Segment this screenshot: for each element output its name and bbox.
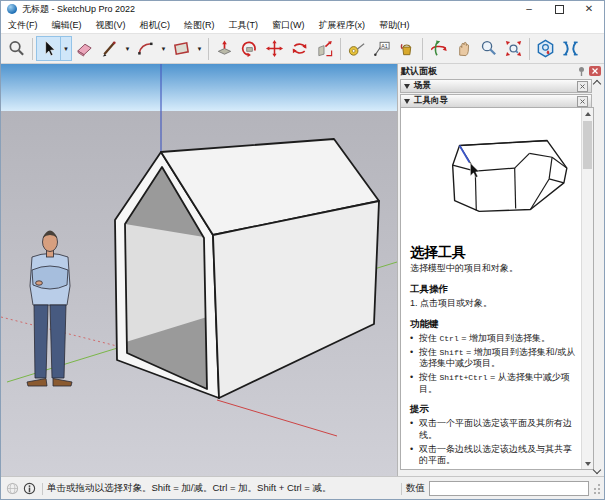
tray-header[interactable]: 默认面板 xyxy=(398,64,604,78)
tip-item-text: 双击一条边线以选定该边线及与其共享的平面。 xyxy=(419,444,577,467)
resize-grip[interactable] xyxy=(591,482,601,496)
tray-title: 默认面板 xyxy=(401,65,437,78)
pin-icon[interactable] xyxy=(577,66,586,76)
arc-dropdown-button[interactable]: ▼ xyxy=(158,36,169,61)
status-divider xyxy=(42,483,43,495)
close-icon xyxy=(592,68,598,74)
menu-camera[interactable]: 相机(C) xyxy=(133,17,178,33)
maximize-button[interactable] xyxy=(544,1,574,17)
tray-section-0[interactable]: 场景 xyxy=(400,79,592,93)
default-tray-panel: 默认面板 场景工具向导 xyxy=(397,64,604,476)
sketchup-window: 无标题 - SketchUp Pro 2022 – ✕ 文件(F)编辑(E)视图… xyxy=(0,0,605,500)
getting-started-toolbar: ▼▼▼▼A1 xyxy=(1,34,604,64)
instructor-content: 选择工具 选择模型中的项目和对象。 工具操作 1. 点击项目或对象。 功能键 •… xyxy=(401,108,582,469)
tips-heading: 提示 xyxy=(410,403,577,416)
menu-view[interactable]: 视图(V) xyxy=(89,17,133,33)
tray-section-1[interactable]: 工具向导 xyxy=(400,94,592,108)
modifier-item: •按住 Shift+Ctrl = 从选择集中减少项目。 xyxy=(410,372,577,395)
tape-measure-tool-button[interactable] xyxy=(344,36,369,61)
eraser-tool-button[interactable] xyxy=(72,36,97,61)
operation-heading: 工具操作 xyxy=(410,283,577,296)
window-controls: – ✕ xyxy=(514,1,604,17)
section-close-button[interactable] xyxy=(577,96,588,107)
menu-tools[interactable]: 工具(T) xyxy=(222,17,266,33)
instructor-panel: 选择工具 选择模型中的项目和对象。 工具操作 1. 点击项目或对象。 功能键 •… xyxy=(400,107,594,470)
toolbar-separator xyxy=(422,38,423,60)
orbit-tool-button[interactable] xyxy=(426,36,451,61)
rectangle-tool-button[interactable] xyxy=(169,36,194,61)
scrollbar-thumb[interactable] xyxy=(583,121,592,169)
bullet-marker: • xyxy=(410,418,419,441)
tray-scroll-down-icon[interactable] xyxy=(593,466,601,474)
section-expand-icon[interactable] xyxy=(404,84,410,89)
rectangle-dropdown-button[interactable]: ▼ xyxy=(194,36,205,61)
scroll-down-icon[interactable] xyxy=(582,458,593,469)
section-close-button[interactable] xyxy=(577,81,588,92)
tip-item-text: 双击一个平面以选定该平面及其所有边线。 xyxy=(419,418,577,441)
select-dropdown-button[interactable]: ▼ xyxy=(61,36,72,61)
move-icon xyxy=(265,39,284,58)
menu-edit[interactable]: 编辑(E) xyxy=(45,17,89,33)
pan-tool-button[interactable] xyxy=(451,36,476,61)
svg-text:A1: A1 xyxy=(381,43,387,49)
search-tool-button[interactable] xyxy=(4,36,29,61)
zoom-icon xyxy=(479,39,498,58)
arc-tool-button[interactable] xyxy=(133,36,158,61)
modifier-item-text: 按住 Ctrl = 增加项目到选择集。 xyxy=(419,333,577,345)
modifier-item: •按住 Shift = 增加项目到选择集和/或从选择集中减少项目。 xyxy=(410,347,577,370)
search-icon xyxy=(7,39,26,58)
geolocation-icon[interactable] xyxy=(6,482,19,495)
viewport-3d[interactable] xyxy=(1,64,397,476)
credits-info-icon[interactable] xyxy=(23,482,36,495)
scroll-up-icon[interactable] xyxy=(582,108,593,119)
minimize-button[interactable]: – xyxy=(514,1,544,17)
tip-item: •双击一条边线以选定该边线及与其共享的平面。 xyxy=(410,444,577,467)
modifier-item-text: 按住 Shift = 增加项目到选择集和/或从选择集中减少项目。 xyxy=(419,347,577,370)
zoom-extents-icon xyxy=(504,39,523,58)
orbit-icon xyxy=(429,39,448,58)
rectangle-icon xyxy=(172,39,191,58)
instructor-scrollbar[interactable] xyxy=(581,108,593,469)
bullet-marker: • xyxy=(410,444,419,467)
toolbar-separator xyxy=(208,38,209,60)
measurement-divider xyxy=(401,483,402,495)
instructor-sketch xyxy=(410,112,578,238)
house-side-wall xyxy=(213,201,379,398)
line-tool-button[interactable] xyxy=(97,36,122,61)
menu-help[interactable]: 帮助(H) xyxy=(372,17,417,33)
scale-icon xyxy=(315,39,334,58)
menu-file[interactable]: 文件(F) xyxy=(1,17,45,33)
eraser-icon xyxy=(75,39,94,58)
instructor-title: 选择工具 xyxy=(410,244,577,262)
bullet-marker: • xyxy=(410,333,419,345)
menu-draw[interactable]: 绘图(R) xyxy=(177,17,222,33)
instructor-subtitle: 选择模型中的项目和对象。 xyxy=(410,263,577,274)
menu-extensions[interactable]: 扩展程序(x) xyxy=(312,17,373,33)
line-dropdown-button[interactable]: ▼ xyxy=(122,36,133,61)
status-message: 单击或拖动以选择对象。Shift = 加/减。Ctrl = 加。Shift + … xyxy=(47,482,332,495)
toolbar-separator xyxy=(529,38,530,60)
trimble-connect-icon xyxy=(561,39,580,58)
menu-window[interactable]: 窗口(W) xyxy=(265,17,312,33)
zoom-tool-button[interactable] xyxy=(476,36,501,61)
section-expand-icon[interactable] xyxy=(404,99,410,104)
scale-tool-button[interactable] xyxy=(312,36,337,61)
measurement-input[interactable] xyxy=(429,481,589,496)
push-pull-tool-button[interactable] xyxy=(212,36,237,61)
zoom-extents-tool-button[interactable] xyxy=(501,36,526,61)
text-tool-button[interactable]: A1 xyxy=(369,36,394,61)
extension-warehouse-tool-button[interactable] xyxy=(533,36,558,61)
tray-close-button[interactable] xyxy=(589,66,601,76)
tape-measure-icon xyxy=(347,39,366,58)
window-title: 无标题 - SketchUp Pro 2022 xyxy=(22,3,135,16)
close-button[interactable]: ✕ xyxy=(574,1,604,17)
measurement-area: 数值 xyxy=(397,481,601,496)
follow-me-tool-button[interactable] xyxy=(237,36,262,61)
select-tool-button[interactable] xyxy=(36,36,61,61)
move-tool-button[interactable] xyxy=(262,36,287,61)
trimble-connect-tool-button[interactable] xyxy=(558,36,583,61)
rotate-tool-button[interactable] xyxy=(287,36,312,61)
modifier-heading: 功能键 xyxy=(410,318,577,331)
maximize-icon xyxy=(555,5,564,14)
paint-bucket-tool-button[interactable] xyxy=(394,36,419,61)
